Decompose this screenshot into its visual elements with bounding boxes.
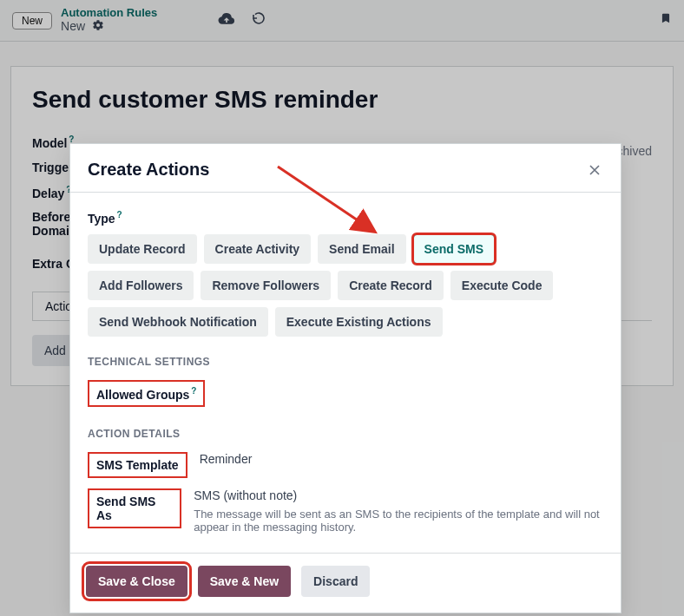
type-option-send-email[interactable]: Send Email: [318, 234, 405, 264]
help-icon[interactable]: ?: [191, 386, 196, 396]
send-sms-as-helper: The message will be sent as an SMS to th…: [194, 508, 603, 534]
type-option-remove-followers[interactable]: Remove Followers: [201, 271, 331, 300]
dialog-footer: Save & Close Save & New Discard: [70, 553, 621, 613]
type-label: Type ?: [88, 210, 603, 226]
dialog-body: Type ? Update RecordCreate ActivitySend …: [70, 193, 621, 553]
save-new-button[interactable]: Save & New: [198, 566, 291, 597]
type-option-add-followers[interactable]: Add Followers: [88, 271, 194, 300]
type-option-send-webhook-notification[interactable]: Send Webhook Notification: [88, 307, 268, 337]
technical-settings-header: TECHNICAL SETTINGS: [88, 356, 603, 368]
dialog-title: Create Actions: [88, 160, 209, 180]
save-close-button[interactable]: Save & Close: [86, 566, 187, 597]
type-option-execute-code[interactable]: Execute Code: [451, 271, 554, 300]
type-option-send-sms[interactable]: Send SMS: [413, 234, 495, 264]
type-option-create-activity[interactable]: Create Activity: [204, 234, 312, 264]
discard-button[interactable]: Discard: [301, 566, 370, 597]
sms-template-label: SMS Template: [88, 452, 187, 478]
help-icon[interactable]: ?: [117, 210, 122, 220]
type-option-group: Update RecordCreate ActivitySend EmailSe…: [88, 234, 603, 337]
sms-template-value[interactable]: Reminder: [200, 452, 253, 466]
type-option-update-record[interactable]: Update Record: [88, 234, 197, 264]
type-option-create-record[interactable]: Create Record: [338, 271, 444, 300]
close-icon[interactable]: [586, 161, 603, 179]
send-sms-as-value[interactable]: SMS (without note): [194, 488, 603, 502]
type-option-execute-existing-actions[interactable]: Execute Existing Actions: [275, 307, 443, 337]
create-actions-dialog: Create Actions Type ? Update RecordCreat…: [69, 143, 622, 613]
dialog-header: Create Actions: [70, 144, 621, 193]
allowed-groups-label: Allowed Groups ?: [88, 380, 205, 408]
app-viewport: { "topbar": { "new_chip": "New", "breadc…: [0, 0, 684, 616]
send-sms-as-label: Send SMS As: [88, 488, 181, 528]
action-details-header: ACTION DETAILS: [88, 428, 603, 440]
